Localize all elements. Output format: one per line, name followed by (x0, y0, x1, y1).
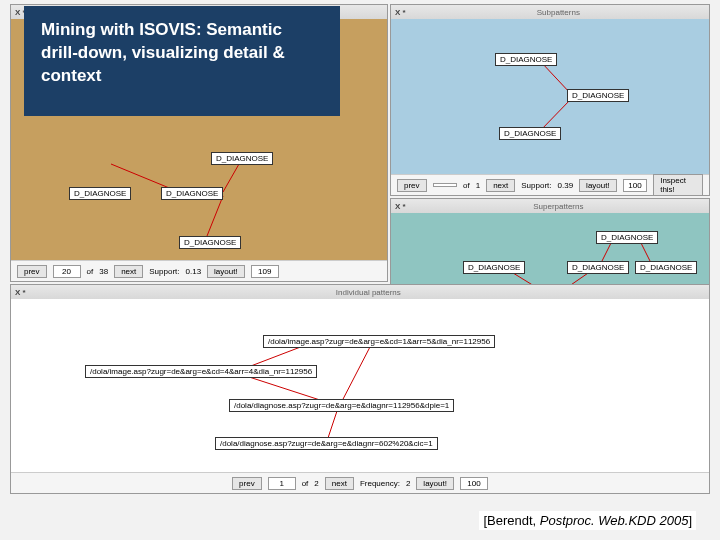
pane-header: X * Individual patterns (11, 285, 709, 300)
pane-title: Superpatterns (412, 202, 705, 211)
graph-node[interactable]: /dola/image.asp?zugr=de&arg=e&cd=4&arr=4… (85, 365, 317, 378)
support-label: Support: (149, 267, 179, 276)
pane-canvas: D_DIAGNOSE D_DIAGNOSE D_DIAGNOSE (391, 19, 709, 175)
graph-node[interactable]: D_DIAGNOSE (179, 236, 241, 249)
pane-individual: X * Individual patterns /dola/image.asp?… (10, 284, 710, 494)
support-value: 0.39 (558, 181, 574, 190)
page-input[interactable] (433, 183, 457, 187)
of-label: of (463, 181, 470, 190)
graph-node[interactable]: D_DIAGNOSE (567, 261, 629, 274)
close-icon[interactable]: X * (395, 8, 406, 17)
pane-header: X * Superpatterns (391, 199, 709, 214)
pane-subpatterns: X * Subpatterns D_DIAGNOSE D_DIAGNOSE D_… (390, 4, 710, 196)
pane-header: X * Subpatterns (391, 5, 709, 20)
prev-button[interactable]: prev (232, 477, 262, 490)
svg-line-11 (243, 375, 323, 401)
frequency-label: Frequency: (360, 479, 400, 488)
pane-toolbar: prev of 1 next Support: 0.39 layout! 100… (391, 174, 709, 195)
slide: Mining with ISOVIS: Semantic drill-down,… (0, 0, 720, 540)
total-label: 38 (99, 267, 108, 276)
support-label: Support: (521, 181, 551, 190)
citation-suffix: ] (688, 513, 692, 528)
layout-button[interactable]: layout! (416, 477, 454, 490)
svg-line-10 (341, 345, 371, 403)
graph-node[interactable]: D_DIAGNOSE (596, 231, 658, 244)
citation: [Berendt, Postproc. Web.KDD 2005] (479, 511, 696, 530)
next-button[interactable]: next (486, 179, 515, 192)
citation-prefix: [Berendt, (483, 513, 539, 528)
support-value: 0.13 (186, 267, 202, 276)
svg-line-2 (207, 196, 223, 236)
prev-button[interactable]: prev (17, 265, 47, 278)
graph-node[interactable]: D_DIAGNOSE (463, 261, 525, 274)
close-icon[interactable]: X * (15, 288, 26, 297)
layout-button[interactable]: layout! (579, 179, 617, 192)
close-icon[interactable]: X * (395, 202, 406, 211)
pane-toolbar: prev 1 of 2 next Frequency: 2 layout! 10… (11, 472, 709, 493)
graph-node[interactable]: D_DIAGNOSE (499, 127, 561, 140)
layout-input[interactable]: 100 (623, 179, 647, 192)
edge-layer (391, 19, 709, 175)
graph-node[interactable]: D_DIAGNOSE (635, 261, 697, 274)
layout-input[interactable]: 100 (460, 477, 488, 490)
page-input[interactable]: 1 (268, 477, 296, 490)
inspect-button[interactable]: Inspect this! (653, 174, 703, 196)
graph-node[interactable]: D_DIAGNOSE (567, 89, 629, 102)
of-label: of (87, 267, 94, 276)
prev-button[interactable]: prev (397, 179, 427, 192)
graph-node[interactable]: /dola/image.asp?zugr=de&arg=e&cd=1&arr=5… (263, 335, 495, 348)
pane-title: Individual patterns (32, 288, 705, 297)
graph-node[interactable]: /dola/diagnose.asp?zugr=de&arg=e&diagnr=… (215, 437, 438, 450)
layout-input[interactable]: 109 (251, 265, 279, 278)
title-box: Mining with ISOVIS: Semantic drill-down,… (24, 6, 340, 116)
svg-line-1 (223, 164, 239, 192)
graph-node[interactable]: D_DIAGNOSE (69, 187, 131, 200)
graph-node[interactable]: /dola/diagnose.asp?zugr=de&arg=e&diagnr=… (229, 399, 454, 412)
graph-node[interactable]: D_DIAGNOSE (495, 53, 557, 66)
total-label: 1 (476, 181, 480, 190)
next-button[interactable]: next (325, 477, 354, 490)
layout-button[interactable]: layout! (207, 265, 245, 278)
graph-node[interactable]: D_DIAGNOSE (211, 152, 273, 165)
pane-toolbar: prev 20 of 38 next Support: 0.13 layout!… (11, 260, 387, 281)
graph-node[interactable]: D_DIAGNOSE (161, 187, 223, 200)
pane-title: Subpatterns (412, 8, 705, 17)
svg-line-6 (601, 243, 611, 263)
of-label: of (302, 479, 309, 488)
pane-canvas: /dola/image.asp?zugr=de&arg=e&cd=1&arr=5… (11, 299, 709, 473)
total-label: 2 (314, 479, 318, 488)
frequency-value: 2 (406, 479, 410, 488)
citation-source: Postproc. Web.KDD 2005 (540, 513, 689, 528)
svg-line-7 (641, 243, 651, 263)
page-input[interactable]: 20 (53, 265, 81, 278)
next-button[interactable]: next (114, 265, 143, 278)
